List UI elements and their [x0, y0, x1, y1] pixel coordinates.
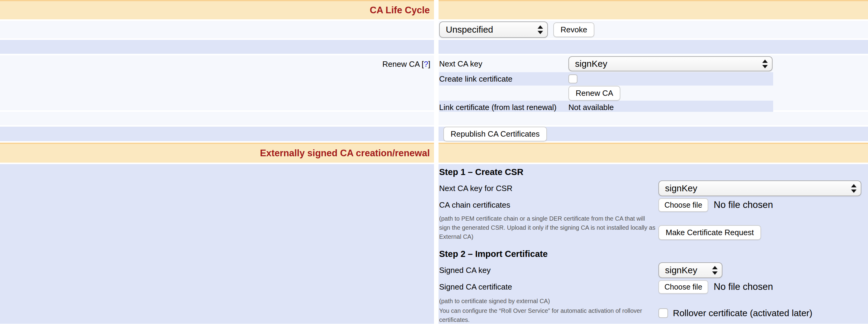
create-link-certificate-row: Create link certificate	[439, 72, 773, 86]
create-link-certificate-checkbox[interactable]	[568, 75, 578, 83]
rollover-certificate-checkbox[interactable]	[658, 308, 668, 318]
revoke-button[interactable]: Revoke	[553, 22, 594, 37]
signed-ca-key-label: Signed CA key	[439, 266, 658, 275]
section-header-cell-right	[438, 143, 868, 163]
renew-ca-label: Renew CA [?]	[382, 60, 430, 69]
ca-chain-certificates-label: CA chain certificates	[439, 200, 658, 210]
revocation-reason-select[interactable]: Unspecified	[439, 22, 548, 38]
republish-row: Republish CA Certificates	[0, 127, 868, 141]
step1-choose-file-button[interactable]: Choose file	[658, 198, 708, 212]
next-ca-key-select[interactable]: signKey	[568, 56, 773, 71]
revocation-row-label-cell	[0, 21, 434, 38]
step2-file-input: Choose file No file chosen	[658, 280, 773, 294]
next-ca-key-for-csr-value: signKey	[665, 183, 698, 194]
next-ca-key-value: signKey	[575, 59, 607, 69]
spacer-row-2	[0, 112, 868, 125]
link-certificate-label: Link certificate (from last renewal)	[439, 103, 568, 112]
section-header-cell-left: CA Life Cycle	[0, 0, 434, 19]
next-ca-key-label: Next CA key	[439, 59, 568, 68]
select-arrows-icon	[757, 60, 768, 68]
section-header-row-ca-life-cycle: CA Life Cycle	[0, 0, 868, 19]
renew-ca-label-bracket: ]	[428, 60, 430, 68]
republish-field-cell: Republish CA Certificates	[438, 127, 868, 141]
rollover-certificate-field: Rollover certificate (activated later)	[658, 308, 812, 318]
create-link-certificate-label: Create link certificate	[439, 75, 568, 84]
renew-ca-help-link[interactable]: ?	[424, 60, 428, 68]
next-ca-key-row: Next CA key signKey	[439, 56, 773, 71]
section-header-row-externally-signed: Externally signed CA creation/renewal	[0, 143, 868, 163]
revocation-row-field-cell: Unspecified Revoke	[438, 21, 868, 38]
step2-rollover-hint: You can configure the “Roll Over Service…	[439, 306, 655, 324]
step1-file-status: No file chosen	[714, 200, 773, 210]
section-header-cell-left: Externally signed CA creation/renewal	[0, 143, 434, 163]
revocation-row: Unspecified Revoke	[0, 21, 868, 38]
spacer-cell	[0, 112, 434, 125]
externally-signed-field-cell: Step 1 – Create CSR Next CA key for CSR …	[438, 164, 868, 324]
step2-heading: Step 2 – Import Certificate	[439, 249, 861, 259]
spacer-cell	[438, 112, 868, 125]
link-certificate-value: Not available	[568, 103, 614, 112]
select-arrows-icon	[707, 266, 718, 275]
renew-ca-label-cell: Renew CA [?]	[0, 55, 434, 110]
renew-ca-field-cell: Next CA key signKey Create link certific…	[438, 55, 868, 110]
step1-heading: Step 1 – Create CSR	[439, 167, 861, 177]
republish-label-cell	[0, 127, 434, 141]
step1-file-input: Choose file No file chosen	[658, 198, 773, 212]
step1-hint-and-submit-row: (path to PEM certificate chain or a sing…	[439, 214, 861, 241]
signed-ca-key-value: signKey	[665, 265, 698, 275]
step2-file-status: No file chosen	[714, 282, 773, 292]
renew-ca-row: Renew CA [?] Next CA key signKey Create …	[0, 55, 868, 110]
renew-ca-inner-table: Next CA key signKey Create link certific…	[439, 55, 773, 114]
renew-ca-button-row: Renew CA	[439, 86, 773, 100]
section-header-cell-right	[438, 0, 868, 19]
renew-ca-button[interactable]: Renew CA	[568, 86, 620, 101]
ca-life-cycle-title: CA Life Cycle	[370, 5, 430, 16]
externally-signed-label-cell	[0, 164, 434, 324]
edit-ca-page: CA Life Cycle Unspecified Revoke Renew C…	[0, 0, 868, 324]
steps-container: Step 1 – Create CSR Next CA key for CSR …	[438, 164, 868, 324]
next-ca-key-for-csr-label: Next CA key for CSR	[439, 184, 658, 193]
step1-file-row: CA chain certificates Choose file No fil…	[439, 197, 861, 213]
signed-ca-key-select[interactable]: signKey	[658, 262, 722, 278]
step2-path-hint: (path to certificate signed by external …	[439, 296, 655, 305]
spacer-cell	[0, 40, 434, 54]
step2-rollover-row: You can configure the “Roll Over Service…	[439, 306, 861, 324]
select-arrows-icon	[846, 184, 857, 193]
step2-file-row: Signed CA certificate Choose file No fil…	[439, 279, 861, 295]
step1-hint: (path to PEM certificate chain or a sing…	[439, 214, 655, 241]
rollover-certificate-label: Rollover certificate (activated later)	[673, 308, 812, 318]
step2-key-row: Signed CA key signKey	[439, 262, 861, 278]
signed-ca-certificate-label: Signed CA certificate	[439, 282, 658, 292]
externally-signed-row: Step 1 – Create CSR Next CA key for CSR …	[0, 164, 868, 324]
externally-signed-title: Externally signed CA creation/renewal	[260, 148, 430, 159]
make-certificate-request-button[interactable]: Make Certificate Request	[658, 225, 761, 240]
spacer-cell	[438, 40, 868, 54]
select-arrows-icon	[533, 25, 543, 34]
renew-ca-label-text: Renew CA [	[382, 60, 424, 68]
republish-ca-certificates-button[interactable]: Republish CA Certificates	[443, 127, 547, 142]
next-ca-key-for-csr-select[interactable]: signKey	[658, 180, 861, 196]
step1-next-key-row: Next CA key for CSR signKey	[439, 180, 861, 197]
step2-choose-file-button[interactable]: Choose file	[658, 280, 708, 294]
spacer-row-1	[0, 40, 868, 54]
revocation-reason-value: Unspecified	[446, 25, 493, 35]
